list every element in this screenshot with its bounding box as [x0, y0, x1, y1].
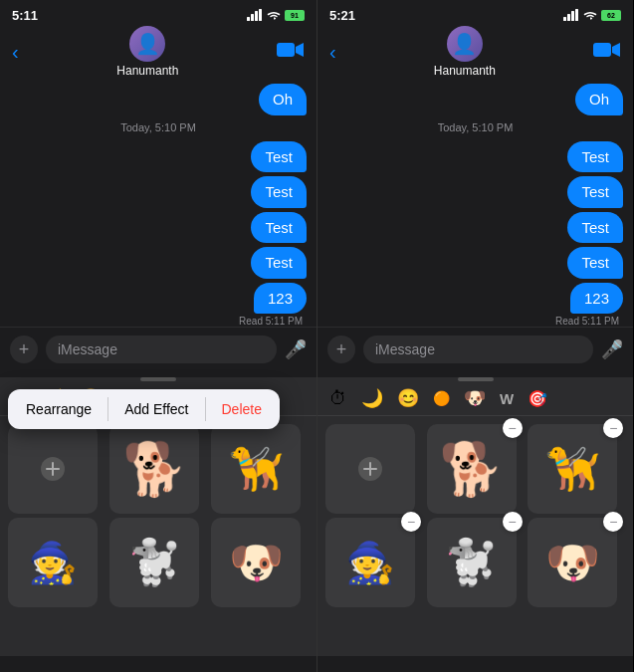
status-bar-right: 5:21 62: [317, 0, 633, 28]
sticker-fantasy1-right[interactable]: 🧙 −: [325, 518, 415, 607]
input-bar-left: + iMessage 🎤: [0, 327, 317, 371]
shelf-tabs-right: ⏱ 🌙 😊 🟠 🐶 W 🎯: [317, 381, 633, 416]
sticker-shelf-left: ⏱ 🌙 😊 🟠 🐶 W 🎯 🐕 🦮: [0, 377, 317, 656]
dog2-emoji-right: 🦮: [545, 447, 600, 491]
tab-reddit-right[interactable]: 🎯: [528, 389, 547, 408]
avatar-emoji-left: 👤: [135, 32, 160, 56]
nav-center-right[interactable]: 👤 Hanumanth: [434, 26, 496, 78]
add-icon-left: [39, 455, 67, 483]
dog3-emoji-left: 🐩: [127, 541, 182, 584]
status-icons-left: 91: [247, 9, 305, 21]
message-test1-right: Test: [567, 141, 623, 173]
video-icon-right: [593, 41, 621, 59]
input-field-left[interactable]: iMessage: [46, 336, 277, 363]
svg-rect-11: [575, 9, 578, 21]
sticker-grid-left: 🐕 🦮 🧙 🐩 🐶: [0, 416, 317, 615]
status-bar-left: 5:11 91: [0, 0, 317, 28]
add-icon-right: [356, 455, 384, 483]
tab-orange-right[interactable]: 🟠: [433, 390, 450, 406]
input-add-right[interactable]: +: [327, 336, 355, 363]
input-add-left[interactable]: +: [10, 336, 38, 363]
tab-w-right[interactable]: W: [500, 390, 514, 407]
video-icon-left: [277, 41, 305, 59]
minus-btn-dog3[interactable]: −: [503, 512, 523, 532]
video-call-button-right[interactable]: [593, 41, 621, 64]
sticker-dog4-left[interactable]: 🐶: [211, 518, 301, 607]
mic-button-right[interactable]: 🎤: [601, 338, 623, 360]
battery-icon-left: 91: [285, 10, 305, 21]
sticker-grid-right: 🐕 − 🦮 − 🧙 − 🐩 − 🐶 −: [317, 416, 633, 615]
read-receipt-right: Read 5:11 PM: [327, 316, 623, 327]
message-test2-left: Test: [251, 176, 307, 208]
avatar-emoji-right: 👤: [452, 32, 477, 56]
sticker-dog1-left[interactable]: 🐕: [109, 424, 199, 514]
svg-rect-4: [277, 43, 295, 57]
ctx-add-effect[interactable]: Add Effect: [108, 391, 204, 427]
ctx-rearrange[interactable]: Rearrange: [10, 391, 107, 427]
message-123-right: 123: [570, 283, 623, 315]
fantasy1-emoji-left: 🧙: [28, 543, 78, 582]
svg-rect-8: [563, 17, 566, 21]
svg-rect-0: [247, 17, 250, 21]
svg-rect-2: [255, 11, 258, 21]
svg-rect-9: [567, 14, 570, 21]
add-sticker-left[interactable]: [8, 424, 98, 514]
message-test4-right: Test: [567, 247, 623, 279]
signal-icon-right: [563, 9, 579, 21]
sticker-dog4-right[interactable]: 🐶 −: [528, 518, 617, 607]
back-button-right[interactable]: ‹: [329, 41, 336, 64]
ctx-delete[interactable]: Delete: [206, 391, 278, 427]
sticker-dog3-left[interactable]: 🐩: [109, 518, 199, 607]
timestamp-left: Today, 5:10 PM: [10, 121, 307, 133]
input-field-right[interactable]: iMessage: [363, 336, 593, 363]
minus-btn-dog2[interactable]: −: [603, 418, 623, 438]
mic-button-left[interactable]: 🎤: [285, 338, 307, 360]
message-test3-left: Test: [251, 212, 307, 244]
svg-rect-10: [571, 11, 574, 21]
message-test2-right: Test: [567, 176, 623, 208]
nav-center-left[interactable]: 👤 Hanumanth: [116, 26, 178, 78]
minus-btn-fantasy1[interactable]: −: [401, 512, 421, 532]
sticker-dog3-right[interactable]: 🐩 −: [427, 518, 517, 607]
context-menu-left: Rearrange Add Effect Delete: [8, 389, 280, 429]
message-test1-left: Test: [251, 141, 307, 173]
input-bar-right: + iMessage 🎤: [317, 327, 633, 371]
sticker-dog2-right[interactable]: 🦮 −: [528, 424, 617, 514]
add-sticker-right[interactable]: [325, 424, 415, 514]
signal-icon: [247, 9, 263, 21]
nav-bar-left: ‹ 👤 Hanumanth: [0, 28, 317, 80]
dog1-emoji-right: 🐕: [439, 443, 504, 495]
sticker-fantasy1-left[interactable]: 🧙: [8, 518, 98, 607]
status-icons-right: 62: [563, 9, 621, 21]
svg-rect-15: [363, 468, 377, 470]
back-button-left[interactable]: ‹: [12, 41, 19, 64]
read-receipt-left: Read 5:11 PM: [10, 316, 307, 327]
video-call-button-left[interactable]: [277, 41, 305, 64]
contact-name-left: Hanumanth: [116, 64, 178, 78]
message-oh-left: Oh: [259, 84, 307, 115]
svg-rect-1: [251, 14, 254, 21]
left-panel: 5:11 91 ‹ 👤 Hanumanth: [0, 0, 317, 672]
dog4-emoji-right: 🐶: [545, 541, 600, 584]
tab-dog-right[interactable]: 🐶: [464, 387, 486, 409]
tab-moon-right[interactable]: 🌙: [361, 387, 383, 409]
svg-rect-7: [46, 468, 60, 470]
sticker-dog1-right[interactable]: 🐕 −: [427, 424, 517, 514]
chat-area-left: Oh Today, 5:10 PM Test Test Test Test 12…: [0, 80, 317, 327]
message-123-left: 123: [254, 283, 307, 315]
right-panel: 5:21 62 ‹ 👤 Hanumanth: [317, 0, 633, 672]
timestamp-right: Today, 5:10 PM: [327, 121, 623, 133]
sticker-dog2-left[interactable]: 🦮: [211, 424, 301, 514]
minus-btn-dog1[interactable]: −: [503, 418, 523, 438]
tab-recent-right[interactable]: ⏱: [329, 388, 347, 409]
sticker-shelf-right: ⏱ 🌙 😊 🟠 🐶 W 🎯 🐕 −: [317, 377, 633, 656]
dog1-emoji-left: 🐕: [122, 443, 187, 495]
dog4-emoji-left: 🐶: [229, 541, 284, 584]
minus-btn-dog4[interactable]: −: [603, 512, 623, 532]
status-time-left: 5:11: [12, 8, 38, 23]
tab-emoji-right[interactable]: 😊: [397, 387, 419, 409]
dog2-emoji-left: 🦮: [229, 447, 284, 491]
svg-rect-12: [593, 43, 611, 57]
dog3-emoji-right: 🐩: [444, 541, 499, 584]
avatar-left: 👤: [129, 26, 165, 62]
